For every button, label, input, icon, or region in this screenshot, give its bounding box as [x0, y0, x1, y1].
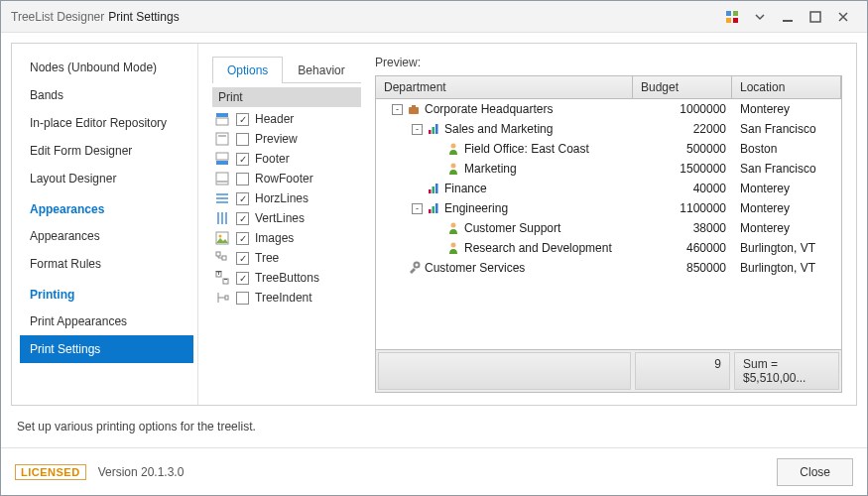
- print-option[interactable]: Tree: [212, 248, 361, 268]
- checkbox[interactable]: [236, 212, 249, 225]
- svg-point-29: [451, 164, 456, 169]
- sidebar-item[interactable]: Layout Designer: [20, 165, 193, 192]
- print-option[interactable]: +-TreeButtons: [212, 268, 361, 288]
- option-label: Header: [255, 112, 294, 126]
- checkbox[interactable]: [236, 153, 249, 166]
- expand-toggle[interactable]: -: [412, 124, 423, 135]
- sidebar-heading: Appearances: [20, 192, 193, 222]
- cell-department: Marketing: [376, 159, 633, 179]
- checkbox[interactable]: [236, 173, 249, 186]
- briefcase-icon: [407, 102, 421, 116]
- checkbox[interactable]: [236, 292, 249, 305]
- cell-department: Customer Support: [376, 218, 633, 238]
- preview-grid[interactable]: Department Budget Location -Corporate He…: [375, 75, 842, 393]
- col-budget[interactable]: Budget: [633, 76, 732, 98]
- tab[interactable]: Behavior: [283, 57, 359, 83]
- option-label: HorzLines: [255, 191, 309, 205]
- sidebar-item[interactable]: Appearances: [20, 222, 193, 250]
- cell-location: Monterey: [732, 198, 841, 218]
- cell-department: -Engineering: [376, 198, 633, 218]
- cell-location: Boston: [732, 139, 841, 159]
- print-option[interactable]: HorzLines: [212, 188, 361, 208]
- svg-point-15: [219, 235, 222, 238]
- minimize-icon[interactable]: [774, 7, 802, 27]
- col-department[interactable]: Department: [376, 76, 633, 98]
- option-label: VertLines: [255, 211, 305, 225]
- grid-body: -Corporate Headquarters1000000Monterey-S…: [376, 99, 841, 349]
- sidebar-item[interactable]: Bands: [20, 81, 193, 109]
- footer-icon: [214, 151, 230, 167]
- person-icon: [446, 142, 460, 156]
- table-row[interactable]: Customer Services850000Burlington, VT: [376, 258, 841, 278]
- person-icon: [446, 241, 460, 255]
- cell-location: San Francisco: [732, 119, 841, 139]
- titlebar: TreeList Designer Print Settings: [1, 1, 867, 33]
- dept-name: Research and Development: [464, 241, 612, 255]
- checkbox[interactable]: [236, 113, 249, 126]
- maximize-icon[interactable]: [802, 7, 829, 27]
- print-option[interactable]: Images: [212, 228, 361, 248]
- print-option[interactable]: Header: [212, 109, 361, 129]
- table-row[interactable]: Research and Development460000Burlington…: [376, 238, 841, 258]
- description: Set up various printing options for the …: [11, 406, 857, 447]
- title-app: TreeList Designer: [11, 10, 104, 24]
- sidebar-item[interactable]: Nodes (Unbound Mode): [20, 54, 193, 81]
- col-location[interactable]: Location: [732, 76, 841, 98]
- print-option[interactable]: RowFooter: [212, 169, 361, 188]
- sidebar-item[interactable]: Edit Form Designer: [20, 137, 193, 165]
- tab[interactable]: Options: [212, 57, 283, 83]
- checkbox[interactable]: [236, 232, 249, 245]
- svg-rect-11: [216, 161, 228, 165]
- cell-budget: 38000: [633, 218, 732, 238]
- print-option[interactable]: Footer: [212, 149, 361, 169]
- option-label: Images: [255, 231, 294, 245]
- expand-toggle[interactable]: -: [392, 104, 403, 115]
- layout-picker-icon[interactable]: [718, 7, 746, 27]
- sidebar-item[interactable]: Format Rules: [20, 250, 193, 278]
- table-row[interactable]: Finance40000Monterey: [376, 179, 841, 198]
- cell-location: Monterey: [732, 99, 841, 119]
- chart-icon: [427, 201, 440, 215]
- options-group-header: Print: [212, 87, 361, 107]
- svg-point-37: [451, 243, 456, 248]
- checkbox[interactable]: [236, 133, 249, 146]
- svg-rect-30: [429, 189, 432, 193]
- table-row[interactable]: -Engineering1100000Monterey: [376, 198, 841, 218]
- dept-name: Customer Services: [425, 261, 525, 275]
- close-button[interactable]: Close: [777, 458, 853, 486]
- print-option[interactable]: TreeIndent: [212, 288, 361, 308]
- close-icon[interactable]: [829, 7, 857, 27]
- svg-text:-: -: [224, 272, 228, 285]
- sidebar-item[interactable]: Print Appearances: [20, 308, 193, 335]
- license-badge: LICENSED: [15, 464, 86, 480]
- svg-rect-13: [216, 181, 228, 183]
- svg-rect-2: [726, 18, 731, 23]
- table-row[interactable]: -Corporate Headquarters1000000Monterey: [376, 99, 841, 119]
- treebtn-icon: +-: [214, 270, 230, 286]
- grid-footer: 9 Sum = $5,510,00...: [376, 349, 841, 392]
- checkbox[interactable]: [236, 192, 249, 205]
- designer-window: TreeList Designer Print Settings Nodes (…: [0, 0, 868, 496]
- chart-icon: [427, 122, 440, 136]
- table-row[interactable]: Field Office: East Coast500000Boston: [376, 139, 841, 159]
- print-option[interactable]: Preview: [212, 129, 361, 149]
- panel: Nodes (Unbound Mode)BandsIn-place Editor…: [11, 43, 857, 406]
- checkbox[interactable]: [236, 252, 249, 265]
- cell-budget: 1100000: [633, 198, 732, 218]
- preview-label: Preview:: [375, 56, 842, 69]
- person-icon: [446, 221, 460, 235]
- sidebar-item[interactable]: In-place Editor Repository: [20, 109, 193, 137]
- print-option[interactable]: VertLines: [212, 208, 361, 228]
- table-row[interactable]: Customer Support38000Monterey: [376, 218, 841, 238]
- sidebar-item[interactable]: Print Settings: [20, 335, 193, 363]
- preview-icon: [214, 131, 230, 147]
- checkbox[interactable]: [236, 272, 249, 285]
- expand-toggle[interactable]: -: [412, 203, 423, 214]
- footer-bar: LICENSED Version 20.1.3.0 Close: [1, 447, 867, 495]
- chevron-down-icon[interactable]: [746, 7, 774, 27]
- table-row[interactable]: Marketing1500000San Francisco: [376, 159, 841, 179]
- svg-rect-33: [429, 209, 432, 213]
- main: OptionsBehavior Print HeaderPreviewFoote…: [198, 44, 856, 405]
- cell-department: Field Office: East Coast: [376, 139, 633, 159]
- table-row[interactable]: -Sales and Marketing22000San Francisco: [376, 119, 841, 139]
